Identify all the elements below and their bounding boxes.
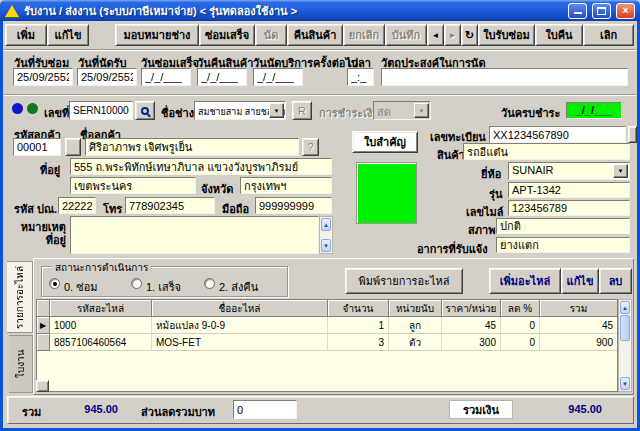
radio-status-returned[interactable] — [204, 278, 215, 289]
search-job-button[interactable] — [135, 101, 155, 120]
radio-status-repair[interactable] — [49, 278, 60, 289]
tab-job-sheet[interactable]: ใบงาน — [9, 335, 33, 393]
cell-discount: 0 — [501, 317, 540, 334]
address1-input[interactable] — [70, 158, 332, 175]
technician-combobox[interactable]: สมชายสาม สายชลมากมี — [194, 101, 286, 120]
cell-name: MOS-FET — [152, 334, 328, 351]
minimize-icon — [574, 7, 582, 14]
model-input[interactable] — [508, 182, 630, 198]
toolbar-return-goods-button[interactable]: คืนสินค้า — [287, 24, 343, 46]
scroll-down-icon[interactable]: ▼ — [321, 239, 331, 252]
item-label: สินค้า — [437, 146, 465, 164]
toolbar: เพิ่ม แก้ไข มอบหมายช่าง ซ่อมเสร็จ นัด คื… — [5, 24, 634, 46]
due-date-label: วันครบชำระ — [501, 104, 560, 122]
zip-input[interactable] — [58, 197, 96, 214]
col-total[interactable]: รวม — [540, 300, 617, 317]
note-scrollbar[interactable]: ▲ ▼ — [319, 216, 333, 254]
toolbar-exit-button[interactable]: เลิก — [583, 24, 634, 46]
registration-input[interactable] — [489, 126, 626, 143]
time-input[interactable] — [347, 68, 374, 86]
customer-help-button[interactable]: ? — [302, 138, 319, 156]
address-note-textarea[interactable] — [70, 216, 319, 254]
grand-total-value: 945.00 — [540, 403, 602, 415]
radio-status-repair-label[interactable]: 0. ซ่อม — [64, 278, 98, 296]
parts-table-scrollbar[interactable]: ▲ ▼ — [618, 299, 632, 392]
grand-total-label: รวมเงิน — [449, 400, 513, 419]
condition-input[interactable] — [496, 218, 630, 234]
scroll-thumb[interactable] — [620, 315, 630, 341]
col-unit-price[interactable]: ราคา/หน่วย — [442, 300, 501, 317]
status-groupbox-title: สถานะการดำเนินการ — [52, 260, 151, 275]
toolbar-repair-done-button[interactable]: ซ่อมเสร็จ — [199, 24, 255, 46]
customer-name-input[interactable] — [85, 138, 299, 156]
finished-date-input[interactable] — [141, 68, 191, 86]
returned-date-input[interactable] — [197, 68, 247, 86]
col-unit[interactable]: หน่วยนับ — [389, 300, 442, 317]
table-row[interactable]: 1000 หม้อแปลง 9-0-9 1 ลูก 45 0 45 — [37, 317, 617, 334]
toolbar-prev-record-icon[interactable]: ◄ — [427, 24, 444, 46]
purpose-input[interactable] — [381, 68, 628, 86]
maximize-icon — [597, 7, 606, 15]
parts-table-header: รหัสอะไหล่ ชื่ออะไหล่ จำนวน หน่วยนับ ราค… — [37, 300, 617, 317]
address-label: ที่อยู่ — [40, 161, 60, 179]
add-part-button[interactable]: เพิ่มอะไหล่ — [489, 268, 561, 294]
cell-total: 45 — [540, 317, 617, 334]
mobile-input[interactable] — [255, 197, 332, 214]
zip-label: รหัส ปณ. — [14, 200, 57, 218]
symptom-label: อาการที่รับแจ้ง — [417, 240, 488, 258]
due-date-field[interactable]: _/_/___ — [566, 102, 622, 119]
scroll-up-icon[interactable]: ▲ — [321, 218, 331, 231]
radio-status-returned-label[interactable]: 2. ส่งคืน — [219, 278, 258, 296]
close-button[interactable]: × — [616, 3, 635, 19]
customer-code-input[interactable] — [13, 138, 61, 156]
brand-combobox[interactable]: SUNAIR — [508, 162, 630, 180]
discount-label: ส่วนลดรวมบาท — [141, 403, 215, 421]
job-no-input[interactable] — [69, 101, 133, 120]
col-part-name[interactable]: ชื่ออะไหล่ — [152, 300, 328, 317]
col-qty[interactable]: จำนวน — [328, 300, 389, 317]
brand-dropdown-icon[interactable] — [613, 164, 628, 178]
maximize-button[interactable] — [592, 3, 611, 19]
address2-input[interactable] — [70, 177, 196, 194]
tel-input[interactable] — [125, 197, 215, 214]
toolbar-cancel-button: ยกเลิก — [343, 24, 385, 46]
payment-value: สด — [377, 106, 391, 118]
window-title: รับงาน / ส่งงาน (ระบบภาษีเหมาจ่าย) < รุ่… — [24, 2, 563, 20]
symptom-input[interactable] — [496, 237, 630, 253]
cell-code: 1000 — [50, 317, 152, 334]
delete-part-button[interactable]: ลบ — [599, 268, 632, 294]
toolbar-refresh-icon[interactable]: ↻ — [461, 24, 478, 46]
customer-lookup-button[interactable] — [65, 138, 81, 156]
toolbar-add-button[interactable]: เพิ่ม — [5, 24, 47, 46]
table-row[interactable]: 8857106460564 MOS-FET 3 ตัว 300 0 900 — [37, 334, 617, 351]
scroll-up-icon[interactable]: ▲ — [620, 301, 630, 314]
toolbar-repair-slip-button[interactable]: ใบรับซ่อม — [478, 24, 535, 46]
technician-dropdown-icon[interactable] — [269, 103, 284, 118]
col-discount[interactable]: ลด % — [501, 300, 540, 317]
discount-input[interactable] — [233, 400, 297, 419]
mileage-input[interactable] — [508, 200, 630, 216]
cell-price: 45 — [442, 317, 501, 334]
toolbar-assign-technician-button[interactable]: มอบหมายช่าง — [115, 24, 199, 46]
next-service-date-input[interactable] — [253, 68, 303, 86]
minimize-button[interactable] — [568, 3, 587, 19]
registration-more-button[interactable] — [628, 126, 637, 143]
print-parts-list-button[interactable]: พิมพ์รายการอะไหล่ — [345, 268, 463, 294]
brand-value: SUNAIR — [512, 164, 554, 176]
grid-corner-button[interactable] — [36, 380, 49, 392]
cell-qty: 3 — [328, 334, 389, 351]
toolbar-edit-button[interactable]: แก้ไข — [47, 24, 89, 46]
received-date-input[interactable] — [13, 68, 73, 86]
appointment-date-input[interactable] — [77, 68, 137, 86]
col-part-code[interactable]: รหัสอะไหล่ — [50, 300, 152, 317]
edit-part-button[interactable]: แก้ไข — [561, 268, 599, 294]
tab-parts-list[interactable]: รายการอะไหล่ — [7, 261, 33, 333]
scroll-down-icon[interactable]: ▼ — [620, 377, 630, 390]
radio-status-done-label[interactable]: 1. เสร็จ — [146, 278, 181, 296]
voucher-button[interactable]: ใบสำคัญ — [352, 131, 418, 153]
item-input[interactable] — [463, 143, 630, 160]
cell-name: หม้อแปลง 9-0-9 — [152, 317, 328, 334]
province-input[interactable] — [240, 177, 332, 194]
toolbar-return-slip-button[interactable]: ใบคืน — [535, 24, 583, 46]
radio-status-done[interactable] — [131, 278, 142, 289]
